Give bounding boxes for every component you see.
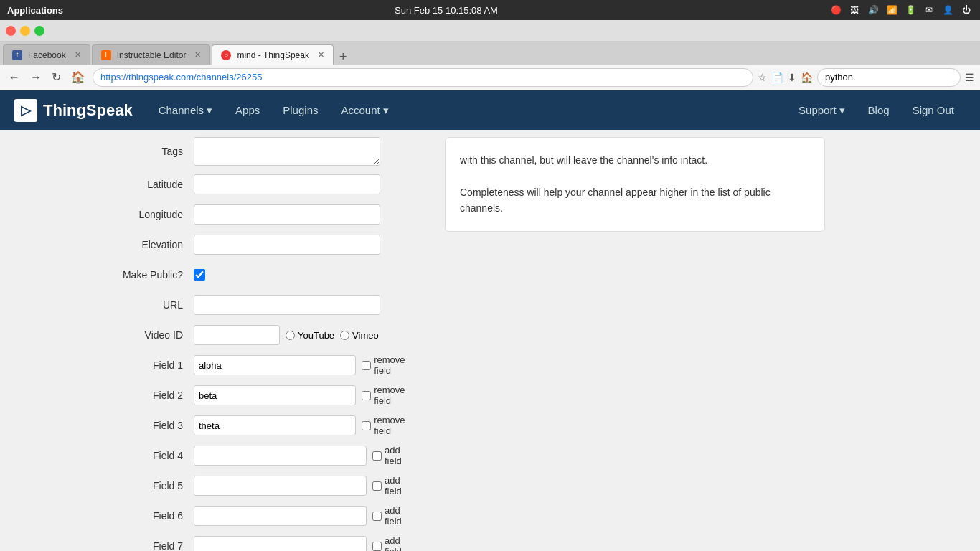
field5-action: add field bbox=[372, 475, 416, 496]
nav-channels[interactable]: Channels ▾ bbox=[147, 90, 224, 130]
field3-action-label: remove field bbox=[374, 415, 416, 436]
field2-checkbox[interactable] bbox=[362, 391, 371, 400]
field7-row: Field 7 add field bbox=[100, 534, 416, 551]
tab-facebook[interactable]: f Facebook ✕ bbox=[3, 44, 90, 65]
field2-row: Field 2 remove field bbox=[100, 384, 416, 407]
field5-input[interactable] bbox=[194, 476, 367, 496]
tab-thingspeak-label: mind - ThingSpeak bbox=[237, 50, 309, 60]
field1-action: remove field bbox=[362, 354, 416, 376]
field6-row: Field 6 add field bbox=[100, 504, 416, 527]
make-public-label: Make Public? bbox=[100, 269, 194, 281]
home2-icon[interactable]: 🏠 bbox=[801, 72, 813, 83]
channels-dropdown-icon: ▾ bbox=[207, 104, 212, 117]
video-id-label: Video ID bbox=[100, 329, 194, 341]
nav-account[interactable]: Account ▾ bbox=[329, 90, 400, 130]
bookmark-icon[interactable]: ☆ bbox=[758, 72, 767, 83]
youtube-radio-label[interactable]: YouTube bbox=[286, 330, 334, 341]
longitude-input[interactable] bbox=[194, 204, 380, 225]
reader-icon[interactable]: 📄 bbox=[771, 72, 783, 83]
field4-action-label: add field bbox=[385, 445, 416, 466]
nav-blog[interactable]: Blog bbox=[857, 90, 901, 130]
field3-checkbox[interactable] bbox=[362, 421, 371, 430]
logo-icon: ▷ bbox=[14, 99, 37, 122]
battery-icon: 🔋 bbox=[904, 4, 917, 17]
field7-checkbox[interactable] bbox=[372, 542, 382, 551]
tags-input[interactable] bbox=[194, 137, 380, 166]
tags-row: Tags bbox=[100, 137, 416, 166]
field7-input[interactable] bbox=[194, 536, 367, 551]
field4-checkbox[interactable] bbox=[372, 451, 382, 461]
elevation-label: Elevation bbox=[100, 239, 194, 250]
video-id-controls: YouTube Vimeo bbox=[194, 325, 379, 345]
url-label: URL bbox=[100, 299, 194, 311]
make-public-checkbox[interactable] bbox=[194, 269, 205, 281]
elevation-input[interactable] bbox=[194, 235, 380, 255]
field3-input[interactable] bbox=[194, 415, 356, 435]
field5-label: Field 5 bbox=[100, 480, 194, 491]
thingspeak-nav: ▷ ThingSpeak Channels ▾ Apps Plugins Acc… bbox=[0, 90, 980, 130]
power-icon[interactable]: ⏻ bbox=[960, 4, 973, 17]
field5-checkbox[interactable] bbox=[372, 481, 382, 491]
os-status-icons: 🔴 🖼 🔊 📶 🔋 ✉ 👤 ⏻ bbox=[829, 4, 973, 17]
vimeo-radio[interactable] bbox=[340, 331, 349, 340]
reload-button[interactable]: ↻ bbox=[49, 69, 64, 85]
nav-plugins[interactable]: Plugins bbox=[271, 90, 329, 130]
field4-input[interactable] bbox=[194, 446, 367, 466]
latitude-input[interactable] bbox=[194, 174, 380, 194]
menu-icon[interactable]: ☰ bbox=[965, 72, 974, 83]
info-text1: with this channel, but will leave the ch… bbox=[460, 152, 810, 168]
field4-action: add field bbox=[372, 445, 416, 466]
field5-row: Field 5 add field bbox=[100, 474, 416, 497]
field6-label: Field 6 bbox=[100, 510, 194, 522]
forward-button[interactable]: → bbox=[27, 70, 44, 85]
nav-support[interactable]: Support ▾ bbox=[787, 90, 857, 130]
home-button[interactable]: 🏠 bbox=[68, 69, 88, 85]
facebook-favicon: f bbox=[12, 50, 22, 60]
tab-thingspeak-close[interactable]: ✕ bbox=[318, 50, 324, 60]
url-input[interactable] bbox=[93, 68, 753, 87]
vimeo-label: Vimeo bbox=[352, 330, 379, 341]
tab-instructable-close[interactable]: ✕ bbox=[194, 50, 201, 60]
search-input[interactable] bbox=[817, 68, 961, 87]
url-field-input[interactable] bbox=[194, 295, 380, 315]
support-dropdown-icon: ▾ bbox=[839, 104, 845, 117]
window-minimize-button[interactable] bbox=[20, 26, 30, 36]
field4-row: Field 4 add field bbox=[100, 444, 416, 467]
tab-facebook-label: Facebook bbox=[28, 50, 66, 60]
field3-action: remove field bbox=[362, 415, 416, 436]
tab-instructable[interactable]: I Instructable Editor ✕ bbox=[92, 44, 211, 65]
field1-checkbox[interactable] bbox=[362, 361, 371, 370]
field1-input[interactable] bbox=[194, 355, 356, 375]
window-maximize-button[interactable] bbox=[34, 26, 44, 36]
field6-checkbox[interactable] bbox=[372, 512, 382, 521]
make-public-row: Make Public? bbox=[100, 263, 416, 286]
tab-instructable-label: Instructable Editor bbox=[117, 50, 187, 60]
window-chrome bbox=[0, 20, 980, 42]
nav-apps[interactable]: Apps bbox=[224, 90, 271, 130]
tab-facebook-close[interactable]: ✕ bbox=[75, 50, 81, 60]
field5-action-label: add field bbox=[385, 475, 416, 496]
download-icon[interactable]: ⬇ bbox=[788, 72, 796, 83]
back-button[interactable]: ← bbox=[6, 70, 23, 85]
form-section: Tags Latitude Longitude Elevation Make P… bbox=[0, 130, 430, 551]
field2-input[interactable] bbox=[194, 385, 356, 405]
nav-signout[interactable]: Sign Out bbox=[901, 90, 966, 130]
vimeo-radio-label[interactable]: Vimeo bbox=[340, 330, 379, 341]
nav-right: Support ▾ Blog Sign Out bbox=[787, 90, 966, 130]
new-tab-button[interactable]: + bbox=[339, 50, 347, 65]
field6-input[interactable] bbox=[194, 506, 367, 526]
video-id-input[interactable] bbox=[194, 325, 280, 345]
field2-label: Field 2 bbox=[100, 390, 194, 401]
field1-action-label: remove field bbox=[374, 354, 416, 376]
user-icon: 👤 bbox=[941, 4, 954, 17]
info-card: with this channel, but will leave the ch… bbox=[445, 137, 825, 232]
tab-thingspeak[interactable]: ○ mind - ThingSpeak ✕ bbox=[212, 44, 334, 65]
field7-action-label: add field bbox=[385, 535, 416, 551]
window-close-button[interactable] bbox=[6, 26, 16, 36]
os-app-name: Applications bbox=[7, 5, 63, 16]
youtube-label: YouTube bbox=[298, 330, 334, 341]
url-row: URL bbox=[100, 293, 416, 316]
mail-icon: ✉ bbox=[923, 4, 936, 17]
youtube-radio[interactable] bbox=[286, 331, 295, 340]
main-content: Tags Latitude Longitude Elevation Make P… bbox=[0, 130, 980, 551]
